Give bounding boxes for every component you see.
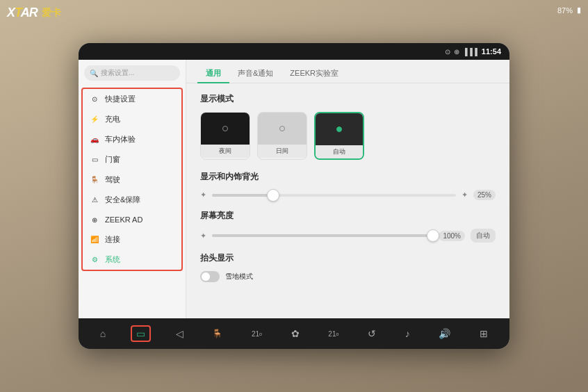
- screen-brightness-min-icon: ✦: [200, 231, 206, 240]
- charging-label: 充电: [105, 114, 120, 124]
- brightness-max-icon: ✦: [462, 190, 468, 199]
- interior-brightness-row: ✦ ✦ 25%: [200, 190, 496, 200]
- zeekr-ad-icon: ⊕: [90, 215, 99, 224]
- watermark-logo: XTAR: [7, 6, 38, 20]
- screen-brightness-track[interactable]: [212, 234, 433, 237]
- sidebar-item-charging[interactable]: ⚡ 充电: [83, 109, 181, 129]
- brightness-min-icon: ✦: [200, 190, 206, 199]
- photo-status-bar: 87% ▮: [557, 6, 581, 15]
- sidebar-item-safety[interactable]: ⚠ 安全&保障: [83, 190, 181, 210]
- mode-card-day[interactable]: 日间: [257, 112, 307, 160]
- mode-card-auto[interactable]: 自动: [314, 112, 364, 160]
- hud-toggle-label: 雪地模式: [225, 272, 253, 281]
- sidebar-item-driving[interactable]: 🪑 驾驶: [83, 170, 181, 190]
- system-label: 系统: [105, 254, 120, 265]
- main-panel: 通用 声音&通知 ZEEKR实验室 显示模式 夜间: [186, 60, 509, 318]
- doors-label: 门窗: [105, 154, 120, 165]
- screen-brightness-title: 屏幕亮度: [200, 210, 496, 222]
- zeekr-ad-label: ZEEKR AD: [105, 215, 142, 224]
- signal-icon: ▐▐▐: [463, 48, 477, 56]
- mode-label-day: 日间: [258, 145, 307, 158]
- interior-label: 车内体验: [105, 134, 136, 145]
- tab-sound[interactable]: 声音&通知: [229, 64, 281, 83]
- hud-toggle-knob: [202, 272, 210, 281]
- search-bar[interactable]: 🔍 搜索设置...: [84, 65, 180, 81]
- connect-label: 连接: [105, 234, 120, 245]
- taskbar-nav[interactable]: ◁: [172, 325, 188, 342]
- taskbar-grid[interactable]: ⊞: [475, 325, 492, 342]
- settings-content: 显示模式 夜间 日间: [186, 83, 509, 318]
- search-placeholder: 搜索设置...: [101, 68, 134, 78]
- screen-brightness-section: 屏幕亮度 ✦ 100% 自动: [200, 210, 496, 243]
- display-mode-title: 显示模式: [200, 93, 496, 105]
- tablet-screen: ⊙ ⊕ ▐▐▐ 11:54 🔍 搜索设置... ⊙ 快捷: [79, 43, 509, 349]
- mode-preview-auto: [316, 113, 363, 145]
- sidebar-highlight-box: ⊙ 快捷设置 ⚡ 充电 🚗 车内体验 ▭ 门窗: [81, 88, 183, 271]
- search-icon: 🔍: [90, 70, 98, 77]
- photo-background: XTAR 爱卡 87% ▮ ⊙ ⊕ ▐▐▐ 11:54 🔍 搜索设置...: [0, 0, 588, 392]
- sidebar-item-quick-settings[interactable]: ⊙ 快捷设置: [83, 89, 181, 109]
- mode-dot-night: [222, 126, 228, 131]
- status-time: 11:54: [482, 47, 501, 56]
- interior-brightness-section: 显示和内饰背光 ✦ ✦ 25%: [200, 171, 496, 200]
- sidebar-item-zeekr-ad[interactable]: ⊕ ZEEKR AD: [83, 210, 181, 229]
- system-icon: ⚙: [90, 255, 99, 265]
- taskbar-fan[interactable]: ✿: [287, 325, 304, 342]
- hud-toggle-switch[interactable]: [200, 271, 220, 282]
- sidebar-menu: ⊙ 快捷设置 ⚡ 充电 🚗 车内体验 ▭ 门窗: [79, 86, 186, 318]
- hud-section: 抬头显示 雪地模式: [200, 252, 496, 282]
- safety-label: 安全&保障: [105, 195, 140, 205]
- taskbar-music[interactable]: ♪: [401, 325, 414, 342]
- screen-brightness-fill: [212, 234, 433, 237]
- hud-title: 抬头显示: [200, 252, 496, 264]
- tab-bar: 通用 声音&通知 ZEEKR实验室: [186, 60, 509, 83]
- globe-icon: ⊕: [454, 48, 459, 56]
- interior-icon: 🚗: [90, 135, 99, 145]
- driving-label: 驾驶: [105, 174, 120, 185]
- connect-icon: 📶: [90, 235, 99, 245]
- quick-settings-icon: ⊙: [90, 95, 99, 104]
- taskbar-settings[interactable]: ▭: [131, 325, 151, 342]
- sidebar-item-doors[interactable]: ▭ 门窗: [83, 149, 181, 170]
- taskbar-recycle[interactable]: ↺: [364, 325, 380, 342]
- interior-brightness-fill: [212, 194, 273, 197]
- taskbar-seat[interactable]: 🪑: [208, 326, 227, 341]
- tab-zeekr-lab[interactable]: ZEEKR实验室: [281, 64, 347, 83]
- taskbar: ⌂ ▭ ◁ 🪑 21o ✿ 21o ↺ ♪ 🔊 ⊞: [79, 318, 509, 349]
- quick-settings-label: 快捷设置: [105, 94, 136, 104]
- sidebar-item-interior[interactable]: 🚗 车内体验: [83, 129, 181, 149]
- screen-brightness-row: ✦ 100% 自动: [200, 229, 496, 243]
- tab-general[interactable]: 通用: [197, 64, 229, 83]
- interior-brightness-thumb[interactable]: [267, 189, 279, 202]
- taskbar-temp-left[interactable]: 21o: [247, 327, 266, 341]
- mode-label-auto: 自动: [316, 145, 363, 158]
- screen-status-bar: ⊙ ⊕ ▐▐▐ 11:54: [79, 43, 509, 60]
- charging-icon: ⚡: [90, 115, 99, 124]
- screen-brightness-auto-btn[interactable]: 自动: [471, 229, 496, 243]
- screen-content: 🔍 搜索设置... ⊙ 快捷设置 ⚡ 充电: [79, 60, 509, 318]
- wifi-icon: ⊙: [445, 48, 450, 56]
- sidebar: 🔍 搜索设置... ⊙ 快捷设置 ⚡ 充电: [79, 60, 186, 318]
- status-icons: ⊙ ⊕ ▐▐▐: [445, 48, 477, 56]
- watermark: XTAR 爱卡: [7, 6, 61, 20]
- mode-dot-auto: [336, 126, 342, 132]
- driving-icon: 🪑: [90, 175, 99, 185]
- taskbar-temp-right[interactable]: 21o: [324, 327, 343, 341]
- mode-dot-day: [279, 126, 285, 131]
- doors-icon: ▭: [90, 155, 99, 165]
- screen-brightness-thumb[interactable]: [427, 229, 439, 242]
- interior-brightness-value: 25%: [473, 190, 496, 200]
- interior-brightness-title: 显示和内饰背光: [200, 171, 496, 183]
- taskbar-home[interactable]: ⌂: [96, 325, 110, 342]
- interior-brightness-track[interactable]: [212, 194, 456, 197]
- watermark-aiguo: 爱卡: [42, 7, 61, 19]
- sidebar-item-connect[interactable]: 📶 连接: [83, 229, 181, 250]
- battery-outline: ▮: [577, 6, 581, 15]
- mode-preview-day: [258, 113, 307, 145]
- battery-photo: 87%: [557, 6, 573, 15]
- taskbar-volume[interactable]: 🔊: [434, 325, 455, 342]
- hud-toggle-row: 雪地模式: [200, 271, 496, 282]
- mode-label-night: 夜间: [201, 145, 250, 158]
- sidebar-item-system[interactable]: ⚙ 系统: [83, 250, 181, 270]
- mode-card-night[interactable]: 夜间: [200, 112, 250, 160]
